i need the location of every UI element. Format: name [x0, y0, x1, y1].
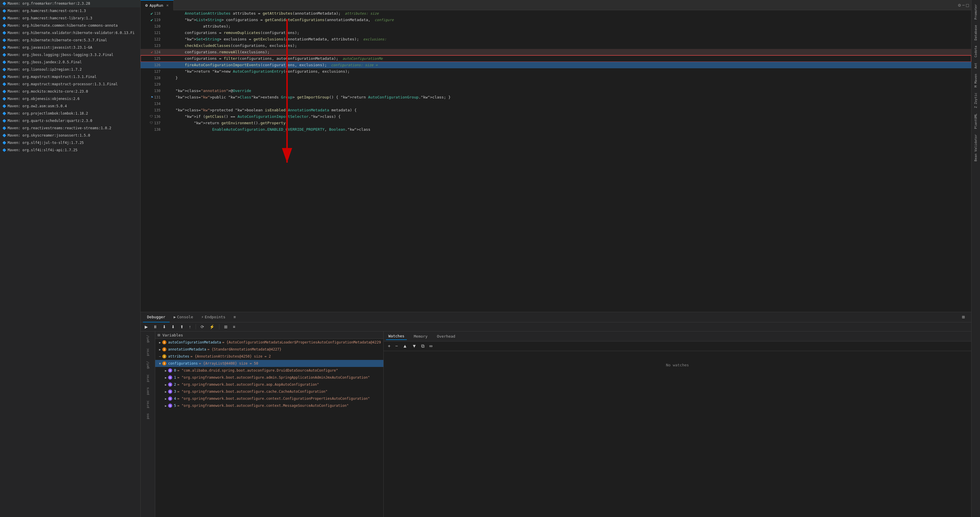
expand-toggle[interactable]: ▶ [158, 347, 162, 352]
variable-row[interactable]: ▶ s 5 = "org.springframework.boot.autoco… [155, 402, 383, 409]
right-sidebar-item-m-maven[interactable]: M Maven [973, 72, 978, 89]
copy-watch-button[interactable]: ⧉ [419, 343, 426, 349]
editor-tab-apprun[interactable]: ⚙ AppRun × [141, 0, 174, 10]
code-line[interactable]: 126 fireAutoConfigurationImportEvents(co… [141, 62, 971, 68]
variable-row[interactable]: ▶ i autoConfigurationMetadata = {AutoCon… [155, 339, 383, 346]
left-panel-item[interactable]: 🔷Maven: org.slf4j:jul-to-slf4j:1.7.25 [0, 139, 140, 147]
memory-tab[interactable]: Memory [412, 333, 430, 340]
variable-row[interactable]: ▼ i configurations = {ArrayList@4408} si… [155, 360, 383, 367]
breakpoint-icon[interactable]: ✔ [151, 49, 153, 56]
remove-watch-button[interactable]: − [393, 343, 399, 349]
left-panel-item[interactable]: 🔷Maven: org.freemarker:freemarker:2.3.28 [0, 0, 140, 7]
left-panel-item[interactable]: 🔷Maven: org.hibernate.validator:hibernat… [0, 29, 140, 37]
code-line[interactable]: 125 configurations = filter(configuratio… [141, 56, 971, 62]
code-line[interactable]: 134 [141, 101, 971, 107]
left-panel-item[interactable]: 🔷Maven: org.quartz-scheduler:quartz:2.3.… [0, 117, 140, 124]
code-line[interactable]: 127 "kw">return "kw">new AutoConfigurati… [141, 68, 971, 75]
pause-button[interactable]: ⏸ [151, 324, 159, 330]
right-sidebar-item-bean-validator[interactable]: Bean Validator [973, 132, 978, 163]
code-line[interactable]: 138 EnableAutoConfiguration.ENABLED_OVER… [141, 126, 971, 133]
variable-row[interactable]: ─ i attributes = {AnnotationAttributes@4… [155, 353, 383, 360]
code-line[interactable]: ✔119 "kw">List<String> configurations = … [141, 17, 971, 23]
evaluate-button[interactable]: ⟳ [199, 324, 206, 330]
filter-icon[interactable]: ⊟ [158, 333, 160, 337]
left-panel-item[interactable]: 🔷Maven: org.hibernate.common:hibernate-c… [0, 22, 140, 29]
breakpoint-icon[interactable]: ✔ [151, 17, 153, 23]
left-panel-item[interactable]: 🔷Maven: org.jboss.logging:jboss-logging:… [0, 51, 140, 59]
infinity-watch-button[interactable]: ∞ [427, 343, 434, 349]
code-line[interactable]: 135 "kw">class="kw">protected "kw">boole… [141, 107, 971, 113]
maximize-icon[interactable]: □ [966, 2, 969, 8]
code-line[interactable]: 121 configurations = removeDuplicates(co… [141, 30, 971, 36]
left-panel-item[interactable]: 🔷Maven: org.ow2.asm:asm:5.0.4 [0, 102, 140, 110]
code-line[interactable]: 130 "kw">class="annotation">@Override [141, 88, 971, 94]
move-up-watch-button[interactable]: ▲ [401, 343, 409, 349]
variable-row[interactable]: ▶ i annotationMetadata = {StandardAnnota… [155, 346, 383, 353]
code-line[interactable]: ✔118 AnnotationAttributes attributes = g… [141, 10, 971, 17]
tab-console[interactable]: ▶ Console [170, 312, 197, 322]
tab-extra1[interactable]: ≡ [230, 312, 240, 322]
code-container[interactable]: ✔118 AnnotationAttributes attributes = g… [141, 10, 971, 312]
expand-toggle[interactable]: ▶ [164, 382, 168, 387]
step-out-button[interactable]: ⬆ [178, 324, 185, 330]
right-sidebar-item-promoter[interactable]: Promoter [973, 2, 978, 21]
code-line[interactable]: 🛡137 "kw">return getEnvironment().getPro… [141, 120, 971, 126]
tab-endpoints[interactable]: ⚡ Endpoints [197, 312, 229, 322]
variable-row[interactable]: ▶ s 1 = "org.springframework.boot.autoco… [155, 374, 383, 381]
left-panel-item[interactable]: 🔷Maven: org.hibernate:hibernate-core:5.3… [0, 37, 140, 44]
move-down-watch-button[interactable]: ▼ [410, 343, 418, 349]
settings-icon[interactable]: ⚙ [958, 2, 961, 8]
code-line[interactable]: 128 } [141, 75, 971, 81]
force-run-button[interactable]: ⚡ [208, 324, 216, 330]
watches-tab[interactable]: Watches [386, 333, 407, 340]
variable-row[interactable]: ▶ s 0 = "com.alibaba.druid.spring.boot.a… [155, 367, 383, 374]
right-sidebar-item-ant[interactable]: Ant [973, 61, 978, 70]
minimize-icon[interactable]: − [962, 2, 965, 8]
left-panel-item[interactable]: 🔷Maven: org.mapstruct:mapstruct-processo… [0, 81, 140, 88]
expand-toggle[interactable]: ▶ [164, 389, 168, 394]
left-panel-item[interactable]: 🔷Maven: org.javassist:javassist:3.23.1-G… [0, 44, 140, 51]
layout-button[interactable]: ⊞ [958, 312, 969, 322]
left-panel-item[interactable]: 🔷Maven: org.slf4i:slf4i-api:1.7.25 [0, 147, 140, 154]
code-line[interactable]: 🛡136 "kw">if (getClass() == AutoConfigur… [141, 113, 971, 120]
step-over-button[interactable]: ⬇ [161, 324, 168, 330]
expand-toggle[interactable]: ▶ [164, 375, 168, 380]
left-panel[interactable]: 🔷Maven: org.freemarker:freemarker:2.3.28… [0, 0, 141, 517]
code-line[interactable]: ✔124 configurations.removeAll(exclusions… [141, 49, 971, 56]
expand-toggle[interactable]: ▶ [164, 403, 168, 408]
expand-toggle[interactable]: ▶ [164, 396, 168, 401]
code-line[interactable]: 120 attributes); [141, 23, 971, 30]
right-sidebar-item-z-zoytic[interactable]: Z Zoytic [973, 91, 978, 110]
variable-row[interactable]: ▶ s 2 = "org.springframework.boot.autoco… [155, 381, 383, 388]
tab-close-button[interactable]: × [166, 3, 169, 8]
expand-toggle[interactable]: ─ [158, 354, 162, 359]
overhead-tab[interactable]: Overhead [434, 333, 458, 340]
resume-button[interactable]: ▶ [143, 324, 150, 330]
step-into-button[interactable]: ⬇ [170, 324, 177, 330]
left-panel-item[interactable]: 🔷Maven: org.hamcrest:hamcrest-library:1.… [0, 14, 140, 22]
add-watch-button[interactable]: + [386, 343, 392, 349]
left-panel-item[interactable]: 🔷Maven: org.mapstruct:mapstruct:1.3.1.Fi… [0, 73, 140, 81]
left-panel-item[interactable]: 🔷Maven: org.hamcrest:hamcrest-core:1.3 [0, 7, 140, 14]
settings-debug-button[interactable]: ≡ [231, 324, 237, 330]
left-panel-item[interactable]: 🔷Maven: org.mockito:mockito-core:2.23.0 [0, 88, 140, 95]
variable-row[interactable]: ▶ s 3 = "org.springframework.boot.autoco… [155, 388, 383, 395]
right-sidebar-item-database[interactable]: Database [973, 23, 978, 42]
left-panel-item[interactable]: 🔷Maven: org.lionsoul:ip2region:1.7.2 [0, 66, 140, 73]
run-to-cursor-button[interactable]: ↑ [187, 324, 193, 330]
variable-row[interactable]: ▶ s 4 = "org.springframework.boot.autoco… [155, 395, 383, 402]
code-line[interactable]: 122 "kw">Set<String> exclusions = getExc… [141, 36, 971, 43]
code-line[interactable]: 123 checkExcludedClasses(configurations,… [141, 43, 971, 49]
right-sidebar-item-codota[interactable]: Codota [973, 44, 978, 59]
expand-toggle[interactable]: ▼ [158, 361, 162, 366]
left-panel-item[interactable]: 🔷Maven: org.reactivestreams:reactive-str… [0, 124, 140, 132]
breakpoint-icon[interactable]: ✔ [151, 10, 153, 17]
left-panel-item[interactable]: 🔷Maven: org.jboss.jandex:2.0.5.Final [0, 59, 140, 66]
left-panel-item[interactable]: 🔷Maven: org.skyscreamer:jsonassert:1.5.0 [0, 132, 140, 139]
frames-button[interactable]: ⊞ [222, 324, 229, 330]
left-panel-item[interactable]: 🔷Maven: org.projectlombok:lombok:1.18.2 [0, 110, 140, 117]
code-line[interactable]: 129 [141, 81, 971, 88]
left-panel-item[interactable]: 🔷Maven: org.objenesis:objenesis:2.6 [0, 95, 140, 102]
code-line[interactable]: ⚑131 "kw">class="kw">public "kw">Class"k… [141, 94, 971, 101]
expand-toggle[interactable]: ▶ [164, 368, 168, 373]
